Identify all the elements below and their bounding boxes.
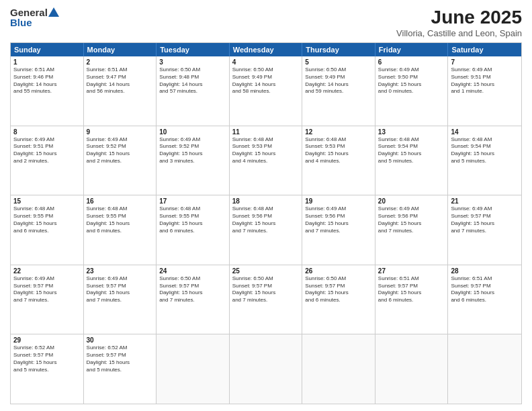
day-number: 29: [13, 336, 81, 344]
calendar-cell: 10Sunrise: 6:49 AM Sunset: 9:52 PM Dayli…: [157, 126, 230, 195]
calendar-row: 15Sunrise: 6:48 AM Sunset: 9:55 PM Dayli…: [11, 195, 521, 265]
calendar-cell: 6Sunrise: 6:49 AM Sunset: 9:50 PM Daylig…: [375, 56, 449, 126]
day-number: 24: [159, 267, 226, 275]
day-number: 16: [87, 197, 154, 205]
day-number: 17: [159, 197, 226, 205]
day-number: 14: [451, 128, 519, 136]
calendar-cell: 25Sunrise: 6:50 AM Sunset: 9:57 PM Dayli…: [230, 265, 303, 334]
calendar-cell: 26Sunrise: 6:50 AM Sunset: 9:57 PM Dayli…: [302, 265, 375, 334]
day-content: Sunrise: 6:50 AM Sunset: 9:49 PM Dayligh…: [305, 66, 372, 95]
calendar-cell: 4Sunrise: 6:50 AM Sunset: 9:49 PM Daylig…: [230, 56, 303, 126]
title-month: June 2025: [396, 7, 522, 28]
day-content: Sunrise: 6:48 AM Sunset: 9:55 PM Dayligh…: [13, 205, 81, 234]
calendar-row: 8Sunrise: 6:49 AM Sunset: 9:51 PM Daylig…: [11, 126, 521, 195]
calendar-cell: [448, 334, 521, 404]
day-number: 12: [305, 128, 372, 136]
calendar-cell: 15Sunrise: 6:48 AM Sunset: 9:55 PM Dayli…: [11, 195, 84, 265]
day-content: Sunrise: 6:49 AM Sunset: 9:51 PM Dayligh…: [451, 66, 519, 95]
day-number: 30: [87, 336, 154, 344]
calendar-cell: [302, 334, 375, 404]
header-row: General Blue June 2025 Villoria, Castill…: [10, 7, 522, 38]
day-number: 26: [305, 267, 372, 275]
day-number: 27: [378, 267, 445, 275]
day-content: Sunrise: 6:51 AM Sunset: 9:57 PM Dayligh…: [378, 275, 445, 304]
calendar-cell: 11Sunrise: 6:48 AM Sunset: 9:53 PM Dayli…: [230, 126, 303, 195]
header-tuesday: Tuesday: [157, 43, 230, 56]
calendar: Sunday Monday Tuesday Wednesday Thursday…: [10, 42, 522, 404]
day-number: 10: [159, 128, 226, 136]
day-content: Sunrise: 6:49 AM Sunset: 9:56 PM Dayligh…: [305, 205, 372, 234]
header-wednesday: Wednesday: [230, 43, 303, 56]
day-content: Sunrise: 6:49 AM Sunset: 9:52 PM Dayligh…: [87, 136, 154, 165]
day-content: Sunrise: 6:48 AM Sunset: 9:54 PM Dayligh…: [378, 136, 445, 165]
day-number: 20: [378, 197, 445, 205]
logo-blue: Blue: [10, 17, 32, 28]
day-content: Sunrise: 6:49 AM Sunset: 9:56 PM Dayligh…: [378, 205, 445, 234]
logo-icon: [48, 7, 59, 17]
calendar-cell: [230, 334, 303, 404]
calendar-cell: 17Sunrise: 6:48 AM Sunset: 9:55 PM Dayli…: [157, 195, 230, 265]
calendar-cell: 14Sunrise: 6:48 AM Sunset: 9:54 PM Dayli…: [448, 126, 521, 195]
calendar-cell: [157, 334, 230, 404]
day-number: 13: [378, 128, 445, 136]
day-content: Sunrise: 6:50 AM Sunset: 9:57 PM Dayligh…: [232, 275, 300, 304]
day-content: Sunrise: 6:51 AM Sunset: 9:57 PM Dayligh…: [451, 275, 519, 304]
calendar-cell: 22Sunrise: 6:49 AM Sunset: 9:57 PM Dayli…: [11, 265, 84, 334]
calendar-cell: 16Sunrise: 6:48 AM Sunset: 9:55 PM Dayli…: [84, 195, 157, 265]
calendar-cell: 29Sunrise: 6:52 AM Sunset: 9:57 PM Dayli…: [11, 334, 84, 404]
day-content: Sunrise: 6:50 AM Sunset: 9:49 PM Dayligh…: [232, 66, 300, 95]
day-number: 8: [13, 128, 81, 136]
day-content: Sunrise: 6:48 AM Sunset: 9:53 PM Dayligh…: [232, 136, 300, 165]
header-sunday: Sunday: [11, 43, 84, 56]
day-content: Sunrise: 6:48 AM Sunset: 9:55 PM Dayligh…: [159, 205, 226, 234]
calendar-cell: 27Sunrise: 6:51 AM Sunset: 9:57 PM Dayli…: [375, 265, 449, 334]
svg-marker-0: [48, 7, 59, 17]
calendar-row: 29Sunrise: 6:52 AM Sunset: 9:57 PM Dayli…: [11, 334, 521, 404]
calendar-cell: [375, 334, 449, 404]
header-friday: Friday: [375, 43, 449, 56]
calendar-cell: 12Sunrise: 6:48 AM Sunset: 9:53 PM Dayli…: [302, 126, 375, 195]
calendar-cell: 1Sunrise: 6:51 AM Sunset: 9:46 PM Daylig…: [11, 56, 84, 126]
calendar-cell: 19Sunrise: 6:49 AM Sunset: 9:56 PM Dayli…: [302, 195, 375, 265]
day-content: Sunrise: 6:49 AM Sunset: 9:51 PM Dayligh…: [13, 136, 81, 165]
day-content: Sunrise: 6:48 AM Sunset: 9:55 PM Dayligh…: [87, 205, 154, 234]
calendar-cell: 30Sunrise: 6:52 AM Sunset: 9:57 PM Dayli…: [84, 334, 157, 404]
calendar-cell: 28Sunrise: 6:51 AM Sunset: 9:57 PM Dayli…: [448, 265, 521, 334]
day-content: Sunrise: 6:49 AM Sunset: 9:57 PM Dayligh…: [13, 275, 81, 304]
title-location: Villoria, Castille and Leon, Spain: [396, 28, 522, 38]
calendar-cell: 13Sunrise: 6:48 AM Sunset: 9:54 PM Dayli…: [375, 126, 449, 195]
day-number: 5: [305, 58, 372, 66]
title-block: June 2025 Villoria, Castille and Leon, S…: [396, 7, 522, 38]
calendar-cell: 20Sunrise: 6:49 AM Sunset: 9:56 PM Dayli…: [375, 195, 449, 265]
header-monday: Monday: [84, 43, 157, 56]
calendar-row: 22Sunrise: 6:49 AM Sunset: 9:57 PM Dayli…: [11, 265, 521, 334]
day-number: 11: [232, 128, 300, 136]
day-content: Sunrise: 6:49 AM Sunset: 9:52 PM Dayligh…: [159, 136, 226, 165]
calendar-cell: 7Sunrise: 6:49 AM Sunset: 9:51 PM Daylig…: [448, 56, 521, 126]
day-number: 22: [13, 267, 81, 275]
calendar-cell: 2Sunrise: 6:51 AM Sunset: 9:47 PM Daylig…: [84, 56, 157, 126]
day-number: 25: [232, 267, 300, 275]
day-content: Sunrise: 6:50 AM Sunset: 9:57 PM Dayligh…: [159, 275, 226, 304]
calendar-cell: 23Sunrise: 6:49 AM Sunset: 9:57 PM Dayli…: [84, 265, 157, 334]
day-number: 19: [305, 197, 372, 205]
day-number: 21: [451, 197, 519, 205]
calendar-header: Sunday Monday Tuesday Wednesday Thursday…: [11, 43, 521, 56]
calendar-cell: 24Sunrise: 6:50 AM Sunset: 9:57 PM Dayli…: [157, 265, 230, 334]
calendar-body: 1Sunrise: 6:51 AM Sunset: 9:46 PM Daylig…: [11, 56, 521, 404]
day-number: 23: [87, 267, 154, 275]
calendar-cell: 21Sunrise: 6:49 AM Sunset: 9:57 PM Dayli…: [448, 195, 521, 265]
day-number: 7: [451, 58, 519, 66]
calendar-row: 1Sunrise: 6:51 AM Sunset: 9:46 PM Daylig…: [11, 56, 521, 126]
calendar-cell: 9Sunrise: 6:49 AM Sunset: 9:52 PM Daylig…: [84, 126, 157, 195]
day-number: 6: [378, 58, 445, 66]
calendar-cell: 18Sunrise: 6:48 AM Sunset: 9:56 PM Dayli…: [230, 195, 303, 265]
logo: General Blue: [10, 7, 59, 28]
day-number: 4: [232, 58, 300, 66]
day-content: Sunrise: 6:52 AM Sunset: 9:57 PM Dayligh…: [87, 345, 154, 373]
day-content: Sunrise: 6:48 AM Sunset: 9:56 PM Dayligh…: [232, 205, 300, 234]
day-number: 3: [159, 58, 226, 66]
day-content: Sunrise: 6:48 AM Sunset: 9:54 PM Dayligh…: [451, 136, 519, 165]
day-number: 1: [13, 58, 81, 66]
day-content: Sunrise: 6:49 AM Sunset: 9:50 PM Dayligh…: [378, 66, 445, 95]
